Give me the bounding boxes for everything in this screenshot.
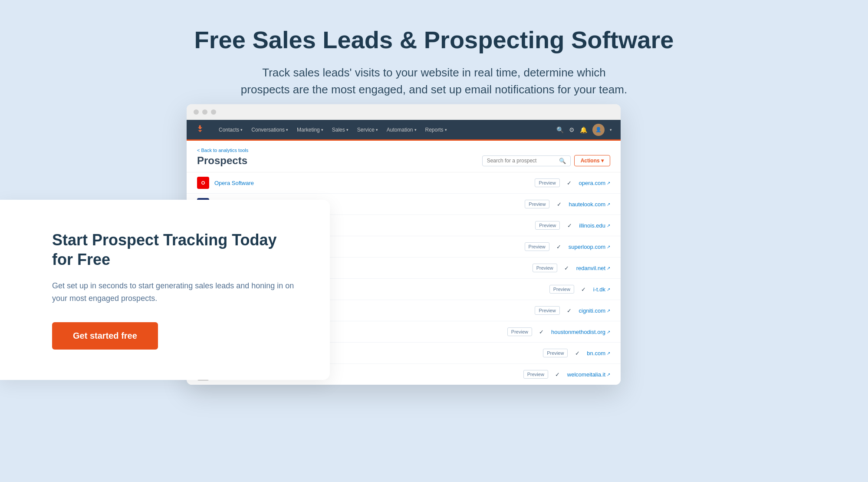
check-mark: ✓	[537, 329, 546, 335]
check-mark: ✓	[555, 201, 563, 208]
prospect-domain[interactable]: redanvil.net ↗	[576, 265, 610, 271]
prospects-header: < Back to analytics tools Prospects 🔍 Ac…	[187, 141, 621, 172]
search-wrapper: 🔍	[482, 155, 571, 166]
nav-items: Contacts ▾ Conversations ▾ Marketing ▾ S…	[215, 125, 556, 135]
avatar-chevron[interactable]: ▾	[610, 128, 612, 132]
check-mark: ✓	[553, 371, 562, 378]
settings-icon[interactable]: ⚙	[569, 126, 575, 133]
prospect-domain[interactable]: bn.com ↗	[587, 350, 610, 357]
prospect-domain[interactable]: welcomeitalia.it ↗	[567, 371, 610, 378]
nav-automation[interactable]: Automation ▾	[383, 125, 420, 135]
check-mark: ✓	[565, 180, 574, 186]
browser-dot-green	[211, 109, 216, 115]
external-link-icon: ↗	[607, 330, 610, 334]
external-link-icon: ↗	[607, 287, 610, 292]
nav-contacts[interactable]: Contacts ▾	[215, 125, 246, 135]
nav-conversations[interactable]: Conversations ▾	[248, 125, 292, 135]
check-mark: ✓	[579, 286, 588, 293]
prospect-domain[interactable]: opera.com ↗	[579, 180, 610, 186]
left-panel-description: Get set up in seconds to start generatin…	[52, 280, 295, 305]
nav-sales[interactable]: Sales ▾	[329, 125, 352, 135]
preview-button[interactable]: Preview	[533, 264, 557, 272]
prospects-actions: 🔍 Actions ▾	[482, 155, 610, 166]
browser-dot-red	[194, 109, 199, 115]
preview-button[interactable]: Preview	[525, 242, 549, 251]
external-link-icon: ↗	[607, 266, 610, 271]
check-mark: ✓	[565, 307, 574, 314]
avatar[interactable]: 👤	[592, 124, 605, 136]
prospect-domain[interactable]: illinois.edu ↗	[579, 222, 610, 229]
notifications-icon[interactable]: 🔔	[580, 126, 587, 133]
hubspot-navbar: Contacts ▾ Conversations ▾ Marketing ▾ S…	[187, 120, 621, 141]
nav-icons: 🔍 ⚙ 🔔 👤 ▾	[556, 124, 612, 136]
left-panel-title: Start Prospect Tracking Today for Free	[52, 230, 295, 269]
external-link-icon: ↗	[607, 223, 610, 228]
external-link-icon: ↗	[607, 308, 610, 313]
preview-button[interactable]: Preview	[549, 285, 574, 294]
preview-button[interactable]: Preview	[535, 306, 559, 315]
nav-service[interactable]: Service ▾	[354, 125, 381, 135]
preview-button[interactable]: Preview	[523, 370, 548, 379]
left-panel: Start Prospect Tracking Today for Free G…	[0, 200, 330, 380]
check-mark: ✓	[565, 222, 574, 229]
prospects-title: Prospects	[197, 155, 247, 167]
prospect-domain[interactable]: houstonmethodist.org ↗	[551, 329, 610, 335]
preview-button[interactable]: Preview	[507, 327, 532, 336]
search-icon-sm: 🔍	[559, 158, 566, 164]
preview-button[interactable]: Preview	[525, 200, 549, 208]
external-link-icon: ↗	[607, 351, 610, 356]
actions-label: Actions ▾	[581, 158, 604, 164]
prospect-logo: O	[197, 177, 209, 189]
prospect-name[interactable]: Opera Software	[214, 180, 529, 186]
check-mark: ✓	[555, 244, 563, 250]
preview-button[interactable]: Preview	[535, 221, 560, 230]
external-link-icon: ↗	[607, 244, 610, 249]
back-link[interactable]: < Back to analytics tools	[197, 148, 610, 153]
prospect-domain[interactable]: superloop.com ↗	[569, 244, 610, 250]
preview-button[interactable]: Preview	[535, 178, 559, 187]
search-input[interactable]	[487, 158, 556, 164]
actions-button[interactable]: Actions ▾	[574, 155, 610, 166]
back-link-text[interactable]: < Back to analytics tools	[197, 148, 248, 153]
check-mark: ✓	[562, 265, 571, 271]
hero-section: Free Sales Leads & Prospecting Software …	[0, 0, 868, 116]
prospect-domain[interactable]: cigniti.com ↗	[579, 307, 610, 314]
search-icon[interactable]: 🔍	[556, 126, 564, 133]
nav-reports[interactable]: Reports ▾	[422, 125, 450, 135]
cta-label: Get started free	[73, 331, 137, 340]
preview-button[interactable]: Preview	[543, 349, 568, 357]
external-link-icon: ↗	[607, 372, 610, 377]
nav-marketing[interactable]: Marketing ▾	[293, 125, 327, 135]
hero-title: Free Sales Leads & Prospecting Software	[87, 26, 781, 54]
browser-chrome	[187, 104, 621, 120]
check-mark: ✓	[573, 350, 582, 357]
table-row: O Opera Software Preview ✓ opera.com ↗	[187, 172, 621, 194]
browser-dot-yellow	[202, 109, 207, 115]
hubspot-logo	[195, 124, 205, 136]
prospect-domain[interactable]: hautelook.com ↗	[569, 201, 610, 208]
external-link-icon: ↗	[607, 181, 610, 185]
external-link-icon: ↗	[607, 202, 610, 207]
hero-subtitle: Track sales leads' visits to your websit…	[239, 64, 629, 98]
prospects-title-row: Prospects 🔍 Actions ▾	[197, 155, 610, 167]
get-started-button[interactable]: Get started free	[52, 322, 158, 350]
prospect-domain[interactable]: i-t.dk ↗	[593, 286, 610, 293]
